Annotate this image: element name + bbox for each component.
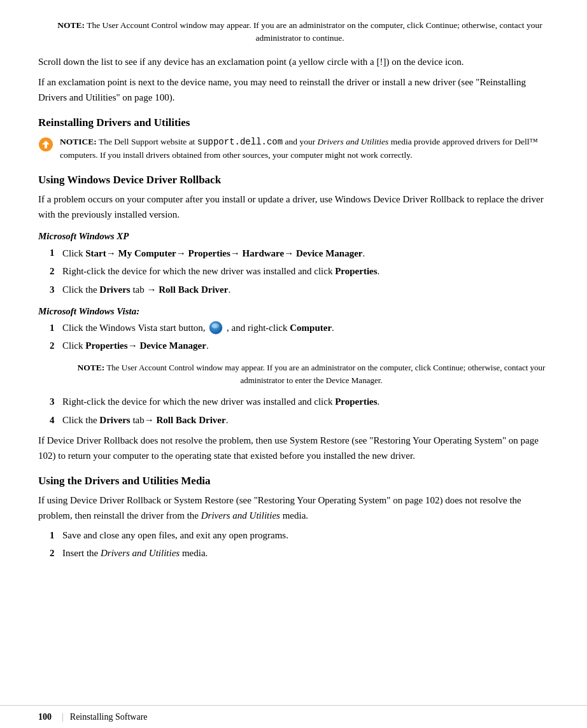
note-top-body: The User Account Control window may appe… bbox=[87, 20, 542, 43]
vista-note-body: The User Account Control window may appe… bbox=[106, 363, 545, 385]
xp-steps-list: 1 Click Start→ My Computer→ Properties→ … bbox=[38, 246, 549, 297]
drivers-media-step-1-content: Save and close any open files, and exit … bbox=[62, 528, 549, 543]
notice-svg bbox=[38, 137, 53, 152]
svg-point-2 bbox=[211, 323, 219, 328]
notice-block: NOTICE: The Dell Support website at supp… bbox=[38, 136, 549, 163]
exclamation-text: If an exclamation point is next to the d… bbox=[38, 74, 549, 105]
vista-orb-svg bbox=[209, 321, 223, 335]
vista-step-3-num: 3 bbox=[38, 395, 62, 409]
vista-step-3-content: Right-click the device for which the new… bbox=[62, 395, 549, 409]
notice-icon bbox=[38, 137, 53, 152]
rollback-body: If Device Driver Rollback does not resol… bbox=[38, 433, 549, 463]
footer-page-num: 100 bbox=[38, 712, 52, 722]
vista-step-4: 4 Click the Drivers tab→ Roll Back Drive… bbox=[38, 413, 549, 428]
vista-heading: Microsoft Windows Vista: bbox=[38, 306, 549, 317]
note-top-text: NOTE: The User Account Control window ma… bbox=[51, 19, 549, 45]
notice-text-block: NOTICE: The Dell Support website at supp… bbox=[60, 136, 549, 163]
vista-step-2-content: Click Properties→ Device Manager. NOTE: … bbox=[62, 339, 549, 391]
xp-step-2: 2 Right-click the device for which the n… bbox=[38, 264, 549, 279]
vista-steps-list: 1 Click the Windows Vista start button, bbox=[38, 321, 549, 428]
drivers-media-step-2: 2 Insert the Drivers and Utilities media… bbox=[38, 546, 549, 561]
vista-step-2-note: NOTE: The User Account Control window ma… bbox=[62, 359, 549, 389]
drivers-media-steps-list: 1 Save and close any open files, and exi… bbox=[38, 528, 549, 561]
note-top-block: NOTE: The User Account Control window ma… bbox=[38, 17, 549, 48]
xp-step-2-num: 2 bbox=[38, 264, 62, 279]
xp-step-1: 1 Click Start→ My Computer→ Properties→ … bbox=[38, 246, 549, 261]
xp-step-3-num: 3 bbox=[38, 283, 62, 297]
windows-vista-start-icon bbox=[209, 321, 223, 335]
footer-divider: | bbox=[62, 712, 64, 722]
scroll-text: Scroll down the list to see if any devic… bbox=[38, 54, 549, 69]
notice-italic: Drivers and Utilities bbox=[318, 137, 389, 146]
xp-heading: Microsoft Windows XP bbox=[38, 231, 549, 242]
xp-step-1-content: Click Start→ My Computer→ Properties→ Ha… bbox=[62, 246, 549, 261]
notice-body: The Dell Support website at support.dell… bbox=[60, 137, 538, 160]
vista-step-4-content: Click the Drivers tab→ Roll Back Driver. bbox=[62, 413, 549, 428]
drivers-media-step-1-num: 1 bbox=[38, 528, 62, 543]
xp-step-2-content: Right-click the device for which the new… bbox=[62, 264, 549, 279]
drivers-media-step-2-content: Insert the Drivers and Utilities media. bbox=[62, 546, 549, 561]
xp-step-3: 3 Click the Drivers tab → Roll Back Driv… bbox=[38, 283, 549, 297]
page-container: NOTE: The User Account Control window ma… bbox=[0, 0, 587, 602]
using-dd-heading: Using Windows Device Driver Rollback bbox=[38, 174, 549, 186]
notice-label: NOTICE: bbox=[60, 137, 97, 146]
drivers-media-heading: Using the Drivers and Utilities Media bbox=[38, 475, 549, 487]
vista-note-label: NOTE: bbox=[78, 363, 105, 372]
drivers-media-step-1: 1 Save and close any open files, and exi… bbox=[38, 528, 549, 543]
note-top-label: NOTE: bbox=[57, 20, 85, 30]
vista-step-2-note-text: NOTE: The User Account Control window ma… bbox=[74, 361, 549, 387]
drivers-utilities-italic: Drivers and Utilities bbox=[201, 510, 280, 521]
vista-step-1: 1 Click the Windows Vista start button, bbox=[38, 321, 549, 336]
drivers-utilities-italic-2: Drivers and Utilities bbox=[101, 548, 180, 558]
reinstall-heading: Reinstalling Drivers and Utilities bbox=[38, 116, 549, 129]
drivers-media-step-2-num: 2 bbox=[38, 546, 62, 561]
footer-bar: 100 | Reinstalling Software bbox=[0, 705, 587, 728]
vista-step-4-num: 4 bbox=[38, 413, 62, 428]
using-dd-body: If a problem occurs on your computer aft… bbox=[38, 192, 549, 222]
vista-step-2-num: 2 bbox=[38, 339, 62, 353]
footer-section: Reinstalling Software bbox=[70, 712, 148, 722]
xp-step-3-content: Click the Drivers tab → Roll Back Driver… bbox=[62, 283, 549, 297]
vista-step-3: 3 Right-click the device for which the n… bbox=[38, 395, 549, 409]
notice-url: support.dell.com bbox=[197, 137, 283, 147]
xp-step-1-num: 1 bbox=[38, 246, 62, 260]
vista-step-1-num: 1 bbox=[38, 321, 62, 335]
vista-step-2: 2 Click Properties→ Device Manager. NOTE… bbox=[38, 339, 549, 391]
vista-step-1-content: Click the Windows Vista start button, bbox=[62, 321, 549, 336]
drivers-media-body: If using Device Driver Rollback or Syste… bbox=[38, 493, 549, 523]
